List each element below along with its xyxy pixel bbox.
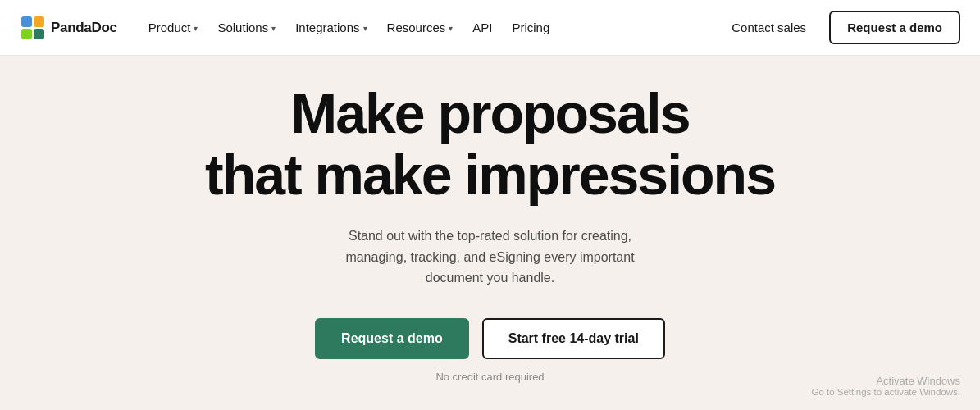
nav-item-api[interactable]: API — [464, 14, 500, 41]
brand-name: PandaDoc — [51, 20, 117, 36]
hero-subtitle: Stand out with the top-rated solution fo… — [318, 226, 663, 289]
svg-rect-1 — [21, 16, 32, 27]
chevron-down-icon: ▾ — [271, 24, 276, 33]
no-credit-card-text: No credit card required — [435, 371, 544, 383]
brand-logo — [20, 15, 46, 41]
hero-buttons: Request a demo Start free 14-day trial — [315, 318, 665, 359]
contact-sales-link[interactable]: Contact sales — [722, 14, 816, 41]
nav-item-solutions[interactable]: Solutions ▾ — [209, 14, 284, 41]
hero-free-trial-button[interactable]: Start free 14-day trial — [482, 318, 665, 359]
navbar: PandaDoc Product ▾ Solutions ▾ Integrati… — [0, 0, 980, 56]
navbar-actions: Contact sales Request a demo — [722, 11, 960, 44]
hero-request-demo-button[interactable]: Request a demo — [315, 318, 469, 359]
nav-item-product[interactable]: Product ▾ — [140, 14, 207, 41]
chevron-down-icon: ▾ — [194, 24, 198, 33]
nav-item-integrations[interactable]: Integrations ▾ — [287, 14, 375, 41]
svg-rect-2 — [34, 16, 44, 27]
svg-rect-4 — [34, 29, 44, 39]
nav-request-demo-button[interactable]: Request a demo — [829, 11, 960, 44]
svg-rect-3 — [21, 29, 32, 39]
navbar-nav: Product ▾ Solutions ▾ Integrations ▾ Res… — [140, 14, 722, 41]
nav-item-resources[interactable]: Resources ▾ — [379, 14, 462, 41]
nav-item-pricing[interactable]: Pricing — [504, 14, 558, 41]
chevron-down-icon: ▾ — [449, 24, 453, 33]
hero-section: Make proposals that make impressions Sta… — [0, 56, 980, 410]
windows-watermark: Activate Windows Go to Settings to activ… — [811, 375, 960, 397]
hero-title: Make proposals that make impressions — [205, 83, 775, 206]
brand-logo-link[interactable]: PandaDoc — [20, 15, 117, 41]
chevron-down-icon: ▾ — [363, 24, 367, 33]
windows-activate-title: Activate Windows — [811, 375, 960, 387]
windows-activate-subtitle: Go to Settings to activate Windows. — [811, 387, 960, 397]
